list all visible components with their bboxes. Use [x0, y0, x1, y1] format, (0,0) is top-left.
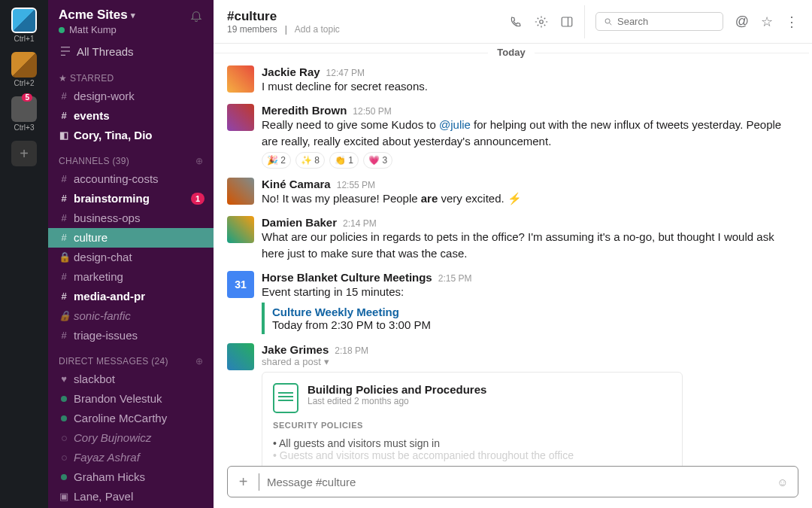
dm-item[interactable]: Cory Bujnowicz [48, 428, 214, 448]
channel-item[interactable]: 🔒sonic-fanfic [48, 306, 214, 326]
message[interactable]: 31 Horse Blanket Culture Meetings2:15 PM… [214, 266, 809, 339]
channel-item[interactable]: #design-work [48, 87, 214, 106]
workspace-2[interactable]: Ctrl+2 [11, 49, 37, 90]
unread-badge: 1 [191, 193, 205, 205]
member-count[interactable]: 19 members [227, 24, 277, 35]
channel-item[interactable]: #marketing [48, 267, 214, 287]
add-channel-icon[interactable]: ⊕ [195, 156, 203, 166]
section-starred[interactable]: ★ STARRED [48, 62, 214, 87]
star-icon[interactable]: ☆ [761, 14, 773, 30]
reaction[interactable]: 💗 3 [363, 152, 392, 169]
all-threads[interactable]: All Threads [48, 40, 214, 62]
workspace-add[interactable]: + [11, 138, 37, 171]
mention[interactable]: @julie [439, 118, 471, 131]
mentions-icon[interactable]: @ [735, 14, 749, 29]
reaction[interactable]: ✨ 8 [295, 152, 325, 169]
bell-icon[interactable] [189, 9, 203, 23]
team-name: Acme Sites [59, 8, 128, 23]
chevron-down-icon: ▾ [324, 356, 329, 367]
channel-header: #culture 19 members | Add a topic @ ☆ ⋮ [214, 0, 812, 44]
avatar[interactable] [227, 104, 254, 131]
sidebar: Acme Sites▾ Matt Kump All Threads ★ STAR… [48, 0, 214, 508]
chevron-down-icon: ▾ [131, 11, 135, 20]
dm-item[interactable]: ▣Lane, Pavel [48, 487, 214, 506]
workspace-3[interactable]: Ctrl+35 [11, 93, 37, 135]
channel-topic[interactable]: Add a topic [295, 24, 340, 35]
channel-item[interactable]: #brainstorming1 [48, 189, 214, 208]
composer-input[interactable] [259, 476, 768, 488]
channel-item[interactable]: #media-and-pr [48, 287, 214, 306]
sidebar-header[interactable]: Acme Sites▾ Matt Kump [48, 0, 214, 40]
avatar[interactable] [227, 65, 254, 93]
reaction[interactable]: 👏 1 [329, 152, 359, 169]
attach-button[interactable]: + [228, 473, 259, 491]
message[interactable]: Meredith Brown12:50 PM Really need to gi… [214, 99, 809, 174]
message[interactable]: Jake Grimes2:18 PM shared a post ▾ Build… [214, 339, 809, 466]
sidebar-toggle-icon[interactable] [560, 15, 574, 29]
section-dms[interactable]: DIRECT MESSAGES (24)⊕ [48, 345, 214, 370]
avatar[interactable] [227, 343, 254, 370]
reaction[interactable]: 🎉 2 [262, 152, 291, 169]
dm-item[interactable]: Fayaz Ashraf [48, 448, 214, 467]
current-user: Matt Kump [69, 24, 117, 35]
calendar-icon: 31 [227, 271, 254, 298]
workspace-1[interactable]: Ctrl+1 [11, 5, 37, 46]
search-input[interactable] [617, 16, 715, 27]
message[interactable]: Kiné Camara12:55 PM No! It was my pleasu… [214, 173, 809, 211]
phone-icon[interactable] [509, 15, 523, 29]
threads-icon [59, 44, 72, 58]
search-icon [604, 17, 613, 27]
gear-icon[interactable] [535, 15, 548, 29]
channel-item[interactable]: #business-ops [48, 208, 214, 228]
workspace-badge: 5 [22, 93, 32, 102]
svg-point-2 [605, 18, 610, 23]
day-separator: Today [214, 47, 809, 58]
channel-item[interactable]: #accounting-costs [48, 169, 214, 189]
channel-item[interactable]: #events [48, 106, 214, 126]
dm-item[interactable]: Caroline McCarthy [48, 409, 214, 428]
section-channels[interactable]: CHANNELS (39)⊕ [48, 145, 214, 169]
event-attachment[interactable]: Culture Weekly Meeting Today from 2:30 P… [262, 303, 795, 334]
dm-item[interactable]: Brandon Velestuk [48, 389, 214, 409]
dm-item[interactable]: ♥slackbot [48, 370, 214, 389]
svg-point-0 [539, 20, 543, 23]
presence-dot [59, 27, 65, 33]
channel-item[interactable]: #triage-issues [48, 326, 214, 345]
document-icon [273, 383, 298, 413]
message[interactable]: Damien Baker2:14 PM What are our policie… [214, 211, 809, 266]
svg-rect-1 [562, 17, 572, 26]
channel-item[interactable]: 🔒design-chat [48, 248, 214, 267]
avatar[interactable] [227, 216, 254, 243]
add-dm-icon[interactable]: ⊕ [195, 356, 203, 367]
message-composer[interactable]: + ☺ [227, 466, 798, 497]
channel-item[interactable]: #culture [48, 228, 214, 248]
dm-item[interactable]: Graham Hicks [48, 467, 214, 487]
emoji-button[interactable]: ☺ [768, 476, 798, 488]
channel-title[interactable]: #culture [227, 9, 340, 24]
main-panel: #culture 19 members | Add a topic @ ☆ ⋮ … [214, 0, 812, 508]
channel-item[interactable]: ◧Cory, Tina, Dio [48, 126, 214, 145]
workspace-switcher: Ctrl+1 Ctrl+2 Ctrl+35 + [0, 0, 48, 508]
more-icon[interactable]: ⋮ [785, 14, 798, 30]
post-attachment[interactable]: Building Policies and Procedures Last ed… [262, 372, 683, 466]
message-list[interactable]: Today Jackie Ray12:47 PM I must decline … [214, 44, 812, 466]
search-box[interactable] [595, 12, 723, 31]
divider [584, 5, 585, 38]
message[interactable]: Jackie Ray12:47 PM I must decline for se… [214, 61, 809, 99]
avatar[interactable] [227, 178, 254, 205]
